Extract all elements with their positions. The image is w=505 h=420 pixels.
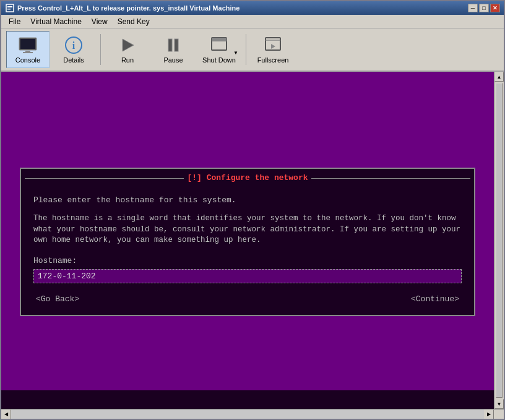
window-icon (5, 3, 15, 13)
svg-rect-4 (20, 39, 35, 49)
details-icon: i (64, 35, 84, 55)
fullscreen-button[interactable]: Fullscreen (251, 31, 295, 68)
svg-text:i: i (72, 40, 76, 51)
window-title: Press Control_L+Alt_L to release pointer… (17, 4, 468, 12)
pause-icon (163, 35, 183, 55)
toolbar: Console i Details Run (1, 28, 504, 72)
details-button[interactable]: i Details (52, 31, 95, 68)
shutdown-icon (209, 35, 229, 55)
svg-rect-14 (265, 38, 280, 50)
fullscreen-icon (263, 35, 283, 55)
scroll-left-arrow[interactable]: ◀ (1, 409, 11, 419)
dialog-description: The hostname is a single word that ident… (33, 213, 462, 246)
run-button[interactable]: Run (106, 31, 149, 68)
pause-button[interactable]: Pause (152, 31, 195, 68)
shutdown-button[interactable]: Shut Down ▼ (197, 31, 241, 68)
vm-bottom-bar (1, 390, 494, 409)
vertical-scrollbar[interactable]: ▲ ▼ (494, 72, 504, 409)
title-bar-buttons: ─ □ ✕ (468, 4, 500, 12)
svg-marker-9 (123, 39, 134, 51)
scroll-down-arrow[interactable]: ▼ (494, 399, 504, 409)
separator-1 (100, 34, 101, 65)
menu-virtual-machine[interactable]: Virtual Machine (25, 16, 87, 27)
scroll-up-arrow[interactable]: ▲ (494, 72, 504, 82)
shutdown-dropdown-arrow[interactable]: ▼ (233, 50, 238, 56)
svg-rect-11 (175, 39, 178, 51)
scroll-right-arrow[interactable]: ▶ (484, 409, 494, 419)
dialog-buttons: <Go Back> <Continue> (33, 293, 462, 305)
svg-rect-0 (6, 4, 14, 12)
dialog-body: Please enter the hostname for this syste… (21, 187, 474, 315)
svg-rect-1 (7, 6, 12, 7)
run-icon (118, 35, 137, 55)
hostname-input[interactable] (33, 269, 462, 283)
continue-button[interactable]: <Continue> (408, 293, 462, 305)
svg-rect-2 (7, 9, 11, 10)
separator-2 (246, 34, 246, 65)
dialog-intro-text: Please enter the hostname for this syste… (33, 195, 462, 206)
console-button[interactable]: Console (6, 31, 50, 68)
console-icon (18, 35, 38, 55)
dialog-title: [!] Configure the network (187, 172, 308, 184)
maximize-button[interactable]: □ (479, 4, 489, 12)
menu-bar: File Virtual Machine View Send Key (1, 15, 504, 28)
title-line-right (311, 178, 470, 179)
h-scroll-track[interactable] (11, 409, 484, 419)
svg-marker-15 (271, 44, 275, 49)
close-button[interactable]: ✕ (490, 4, 500, 12)
minimize-button[interactable]: ─ (468, 4, 478, 12)
scroll-thumb[interactable] (496, 83, 503, 398)
svg-rect-13 (212, 38, 227, 41)
menu-file[interactable]: File (4, 16, 25, 27)
go-back-button[interactable]: <Go Back> (33, 293, 82, 305)
svg-rect-10 (168, 39, 172, 51)
svg-rect-6 (23, 52, 33, 53)
configure-network-dialog: [!] Configure the network Please enter t… (20, 168, 475, 316)
horizontal-scrollbar[interactable]: ◀ ▶ (1, 409, 504, 419)
menu-view[interactable]: View (87, 16, 113, 27)
title-line-left (25, 178, 184, 179)
title-bar: Press Control_L+Alt_L to release pointer… (1, 1, 504, 15)
vm-viewport[interactable]: [!] Configure the network Please enter t… (1, 72, 494, 409)
main-window: Press Control_L+Alt_L to release pointer… (0, 0, 505, 420)
menu-send-key[interactable]: Send Key (113, 16, 155, 27)
dialog-title-bar: [!] Configure the network (21, 169, 474, 187)
hostname-label: Hostname: (33, 256, 462, 265)
scrollbar-corner (494, 409, 504, 419)
